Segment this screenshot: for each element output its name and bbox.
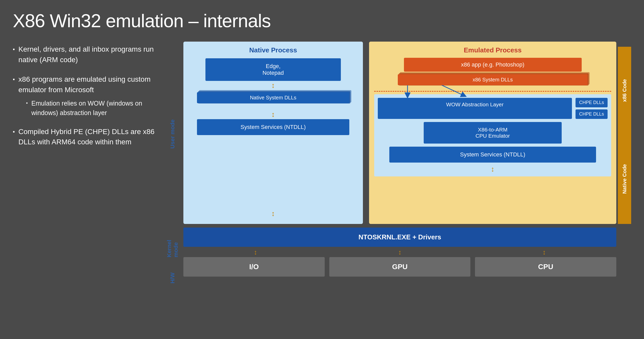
- cpu-emulator-box: X86-to-ARMCPU Emulator: [424, 122, 562, 144]
- wow-layer-box: WOW Abstraction Layer: [378, 98, 572, 119]
- hw-arrow-1: ↕: [254, 249, 257, 256]
- kernel-hw-arrows: ↕ ↕ ↕: [183, 249, 616, 256]
- bullet-icon-1: ▪: [13, 45, 15, 53]
- emu-ntdll-box: System Services (NTDLL): [389, 147, 596, 163]
- sub-bullet-icon: ▪: [26, 100, 28, 106]
- chpe-dll-2: CHPE DLLs: [576, 109, 608, 119]
- native-dll-box: Native System DLLs: [197, 92, 349, 103]
- bullet-text-3: Compiled Hybrid PE (CHPE) DLLs are x86 D…: [18, 127, 156, 147]
- emulated-process-title: Emulated Process: [374, 46, 611, 54]
- native-code-label: Native Code: [622, 164, 628, 194]
- hw-label: H/W: [169, 272, 176, 284]
- kernel-mode-label: Kernel mode: [166, 224, 179, 257]
- dashed-separator: [374, 91, 611, 92]
- x86-code-label: x86 Code: [622, 79, 628, 102]
- chpe-dll-1: CHPE DLLs: [576, 98, 608, 107]
- bullet-icon-2: ▪: [13, 75, 15, 83]
- x86-app-box: x86 app (e.g. Photoshop): [404, 58, 582, 72]
- emulated-process-box: Emulated Process x86 app (e.g. Photoshop…: [369, 42, 616, 224]
- user-mode-label: User mode: [169, 119, 176, 149]
- x86-dll-box: x86 System DLLs: [398, 74, 587, 85]
- bullet-3: ▪ Compiled Hybrid PE (CHPE) DLLs are x86…: [13, 127, 156, 147]
- bullet-2: ▪ x86 programs are emulated using custom…: [13, 74, 156, 117]
- sub-bullet-1: ▪ Emulation relies on WOW (windows on wi…: [26, 99, 156, 117]
- edge-notepad-box: Edge,Notepad: [205, 58, 341, 81]
- bullet-text-2: x86 programs are emulated using custom e…: [18, 75, 151, 94]
- wow-chpe-row: WOW Abstraction Layer CHPE DLLs CHPE DLL…: [378, 98, 608, 119]
- bullet-text-1: Kernel, drivers, and all inbox programs …: [18, 44, 156, 65]
- sub-bullet-text: Emulation relies on WOW (windows on wind…: [31, 99, 156, 117]
- arrow-1: ↕: [189, 82, 358, 89]
- native-process-box: Native Process Edge,Notepad ↕ Native Sys…: [183, 42, 363, 224]
- bullet-icon-3: ▪: [13, 128, 15, 136]
- arrow-3: ↕: [189, 137, 358, 217]
- arrow-2: ↕: [189, 111, 358, 118]
- left-panel: ▪ Kernel, drivers, and all inbox program…: [13, 42, 156, 331]
- hw-arrow-3: ↕: [542, 249, 546, 256]
- arrow-4: ↕: [378, 166, 608, 173]
- hw-arrow-2: ↕: [398, 249, 401, 256]
- native-dlls-stack: Native System DLLs: [197, 92, 349, 103]
- kernel-bar: NTOSKRNL.EXE + Drivers: [183, 228, 616, 247]
- hw-layer: I/O GPU CPU: [183, 257, 616, 277]
- x86-dlls-stack: x86 System DLLs: [398, 74, 587, 85]
- gpu-box: GPU: [329, 257, 471, 277]
- content-area: ▪ Kernel, drivers, and all inbox program…: [13, 42, 631, 331]
- cpu-box: CPU: [475, 257, 616, 277]
- emu-blue-region: WOW Abstraction Layer CHPE DLLs CHPE DLL…: [374, 94, 611, 176]
- native-process-title: Native Process: [189, 46, 358, 54]
- bullet-1: ▪ Kernel, drivers, and all inbox program…: [13, 44, 156, 65]
- io-box: I/O: [183, 257, 325, 277]
- diagram-area: User mode Kernel mode H/W x86 Code Nativ…: [164, 42, 631, 331]
- chpe-dlls-group: CHPE DLLs CHPE DLLs: [576, 98, 608, 119]
- native-ntdll-box: System Services (NTDLL): [197, 119, 349, 135]
- page-title: X86 Win32 emulation – internals: [13, 10, 631, 31]
